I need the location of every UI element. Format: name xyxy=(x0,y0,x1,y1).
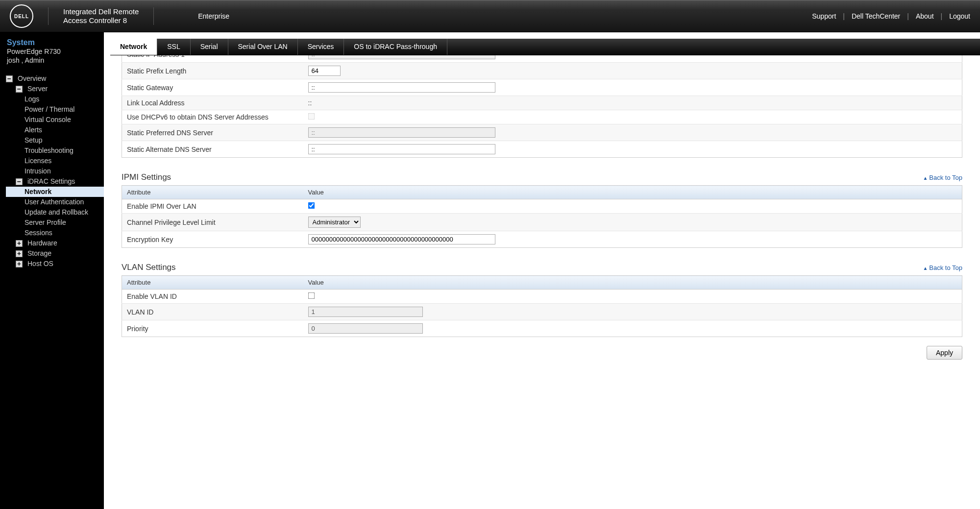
row-label: Static Alternate DNS Server xyxy=(122,141,303,158)
ipmi-section-title: IPMI Settings xyxy=(122,172,171,182)
system-model: PowerEdge R730 xyxy=(7,47,97,56)
header-divider xyxy=(48,7,49,25)
nav-alerts[interactable]: Alerts xyxy=(24,125,104,135)
encryption-key-input[interactable] xyxy=(308,234,495,244)
tab-passthrough[interactable]: OS to iDRAC Pass-through xyxy=(344,39,447,55)
nav-idrac-settings[interactable]: iDRAC Settings xyxy=(27,176,75,187)
support-link[interactable]: Support xyxy=(812,12,836,20)
alt-dns-input[interactable] xyxy=(308,144,495,154)
back-to-top-link[interactable]: Back to Top xyxy=(923,264,962,271)
nav-logs[interactable]: Logs xyxy=(24,94,104,104)
row-label: Channel Privilege Level Limit xyxy=(122,214,303,231)
dhcpv6-dns-checkbox xyxy=(308,113,315,120)
nav-host-os[interactable]: Host OS xyxy=(27,259,53,269)
col-value: Value xyxy=(303,186,962,199)
vlan-id-input xyxy=(308,307,423,317)
expand-icon[interactable]: + xyxy=(16,240,23,247)
nav-user-auth[interactable]: User Authentication xyxy=(24,197,104,207)
static-gateway-input[interactable] xyxy=(308,82,495,93)
system-title: System xyxy=(7,38,97,47)
static-ip1-input xyxy=(308,55,495,59)
nav-intrusion[interactable]: Intrusion xyxy=(24,166,104,176)
header-divider xyxy=(153,7,154,25)
row-label: Encryption Key xyxy=(122,231,303,248)
nav-power-thermal[interactable]: Power / Thermal xyxy=(24,104,104,115)
collapse-icon[interactable]: − xyxy=(6,75,13,82)
ipmi-section: IPMI Settings Back to Top Attribute Valu… xyxy=(122,172,962,248)
back-to-top-link[interactable]: Back to Top xyxy=(923,174,962,181)
row-label: Static Gateway xyxy=(122,79,303,96)
prefix-length-input[interactable] xyxy=(308,66,341,76)
apply-button[interactable]: Apply xyxy=(927,346,962,360)
logout-link[interactable]: Logout xyxy=(949,12,970,20)
tab-bar: Network SSL Serial Serial Over LAN Servi… xyxy=(110,39,980,55)
col-value: Value xyxy=(303,276,962,290)
content-area: Network SSL Serial Serial Over LAN Servi… xyxy=(104,32,980,509)
enable-vlan-checkbox[interactable] xyxy=(308,292,315,299)
tab-services[interactable]: Services xyxy=(298,39,344,55)
collapse-icon[interactable]: − xyxy=(16,178,23,185)
header-links: Support | Dell TechCenter | About | Logo… xyxy=(812,12,970,20)
row-label: Priority xyxy=(122,320,303,337)
edition-label: Enterprise xyxy=(198,12,229,20)
row-label: Static IP Address 1 xyxy=(122,55,303,63)
header: DELL Integrated Dell Remote Access Contr… xyxy=(0,0,980,32)
pref-dns-input xyxy=(308,127,495,138)
expand-icon[interactable]: + xyxy=(16,250,23,257)
nav-storage[interactable]: Storage xyxy=(27,248,51,259)
sidebar: System PowerEdge R730 josh , Admin −Over… xyxy=(0,32,104,509)
system-user: josh , Admin xyxy=(7,56,97,65)
nav-update-rollback[interactable]: Update and Rollback xyxy=(24,207,104,218)
vlan-priority-input xyxy=(308,323,423,334)
tab-serial-over-lan[interactable]: Serial Over LAN xyxy=(228,39,298,55)
nav-virtual-console[interactable]: Virtual Console xyxy=(24,115,104,125)
vlan-section: VLAN Settings Back to Top Attribute Valu… xyxy=(122,263,962,337)
col-attribute: Attribute xyxy=(122,186,303,199)
product-name: Integrated Dell Remote Access Controller… xyxy=(63,7,139,25)
nav-tree: −Overview −Server Logs Power / Thermal V… xyxy=(0,70,104,269)
col-attribute: Attribute xyxy=(122,276,303,290)
expand-icon[interactable]: + xyxy=(16,261,23,267)
nav-overview[interactable]: Overview xyxy=(18,73,46,84)
about-link[interactable]: About xyxy=(916,12,934,20)
footer-buttons: Apply xyxy=(122,346,962,360)
tab-ssl[interactable]: SSL xyxy=(157,39,190,55)
vlan-table: Attribute Value Enable VLAN ID VLAN ID xyxy=(122,275,962,337)
nav-licenses[interactable]: Licenses xyxy=(24,156,104,166)
tab-serial[interactable]: Serial xyxy=(191,39,228,55)
vlan-section-title: VLAN Settings xyxy=(122,263,176,272)
nav-hardware[interactable]: Hardware xyxy=(27,238,57,248)
row-label: Enable VLAN ID xyxy=(122,290,303,304)
nav-troubleshooting[interactable]: Troubleshooting xyxy=(24,145,104,156)
link-local-value: :: xyxy=(303,96,962,110)
nav-server[interactable]: Server xyxy=(27,84,48,94)
tab-network[interactable]: Network xyxy=(110,39,157,55)
row-label: Link Local Address xyxy=(122,96,303,110)
row-label: Use DHCPv6 to obtain DNS Server Addresse… xyxy=(122,110,303,124)
nav-setup[interactable]: Setup xyxy=(24,135,104,145)
nav-sessions[interactable]: Sessions xyxy=(24,228,104,238)
scroll-pane[interactable]: Static IP Address 1 Static Prefix Length… xyxy=(104,55,980,509)
techcenter-link[interactable]: Dell TechCenter xyxy=(852,12,900,20)
nav-server-profile[interactable]: Server Profile xyxy=(24,218,104,228)
ipv6-section: Static IP Address 1 Static Prefix Length… xyxy=(122,55,962,158)
row-label: Static Preferred DNS Server xyxy=(122,124,303,141)
ipv6-table: Static IP Address 1 Static Prefix Length… xyxy=(122,55,962,158)
row-label: Static Prefix Length xyxy=(122,63,303,79)
row-label: VLAN ID xyxy=(122,304,303,320)
dell-logo: DELL xyxy=(10,4,33,28)
row-label: Enable IPMI Over LAN xyxy=(122,199,303,214)
priv-limit-select[interactable]: Administrator xyxy=(308,217,361,228)
collapse-icon[interactable]: − xyxy=(16,86,23,93)
ipmi-table: Attribute Value Enable IPMI Over LAN Cha… xyxy=(122,185,962,248)
nav-network[interactable]: Network xyxy=(24,187,104,197)
enable-ipmi-checkbox[interactable] xyxy=(308,202,315,209)
